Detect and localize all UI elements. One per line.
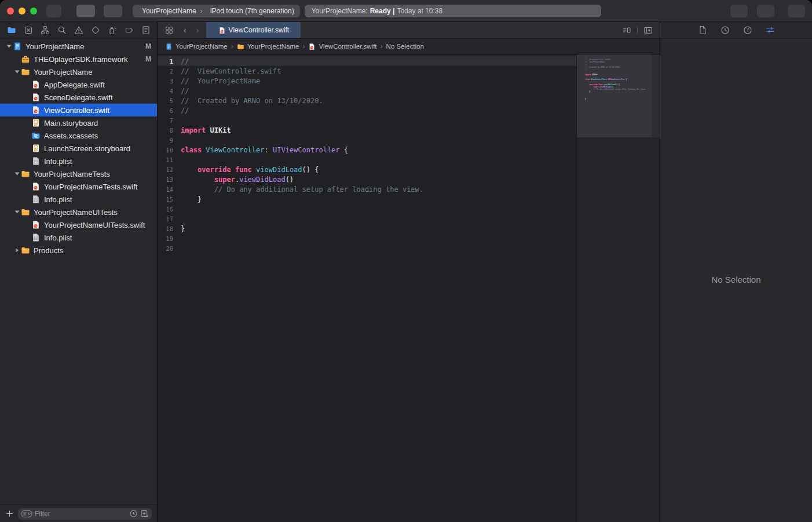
code-text: // <box>181 57 189 65</box>
no-selection-label: No Selection <box>660 275 812 284</box>
filter-field[interactable]: Filter <box>18 508 152 520</box>
scheme-separator: › <box>200 6 203 15</box>
minimap[interactable]: //// ViewController.swift// YourProjectN… <box>576 54 660 522</box>
breadcrumb-item[interactable]: YourProjectName <box>237 43 299 50</box>
code-line[interactable]: 1// <box>158 56 576 66</box>
symbol-navigator-icon[interactable] <box>40 25 50 35</box>
tab-viewcontroller[interactable]: ViewController.swift <box>206 22 301 38</box>
related-items-icon[interactable] <box>164 25 174 35</box>
tree-row[interactable]: YourProjectNameTests <box>0 167 157 180</box>
code-line[interactable]: 19 <box>158 233 576 243</box>
debug-navigator-icon[interactable] <box>107 25 117 35</box>
code-line[interactable]: 14 // Do any additional setup after load… <box>158 184 576 194</box>
code-line[interactable]: 2// ViewController.swift <box>158 66 576 76</box>
source-control-navigator-icon[interactable] <box>23 25 33 35</box>
tree-row[interactable]: Info.plist <box>0 193 157 206</box>
zoom-button[interactable] <box>30 8 37 14</box>
breadcrumb-item[interactable]: YourProjectName <box>165 43 228 50</box>
code-line[interactable]: 16 <box>158 204 576 214</box>
toolbar-right <box>730 5 805 17</box>
toggle-inspector-button[interactable] <box>788 5 805 17</box>
toggle-navigator-button[interactable] <box>46 5 61 17</box>
tree-row[interactable]: AppDelegate.swift <box>0 78 157 91</box>
tree-row[interactable]: YourProjectNameM <box>0 40 157 53</box>
test-navigator-icon[interactable] <box>90 25 100 35</box>
disclosure-open-icon[interactable] <box>13 70 21 74</box>
code-line[interactable]: 11 <box>158 155 576 165</box>
code-line[interactable]: 5// Created by ARNO on 13/10/2020. <box>158 96 576 105</box>
project-icon <box>165 43 173 50</box>
code-line[interactable]: 9 <box>158 135 576 145</box>
scheme-selector[interactable]: YourProjectName › iPod touch (7th genera… <box>133 5 300 17</box>
tree-row[interactable]: YourProjectNameTests.swift <box>0 180 157 193</box>
quick-help-inspector-icon[interactable]: ? <box>743 25 752 35</box>
code-text: class ViewController: UIViewController { <box>181 146 348 154</box>
code-line[interactable]: 18} <box>158 224 576 233</box>
code-line[interactable]: 4// <box>158 86 576 96</box>
tree-row[interactable]: YourProjectName <box>0 65 157 78</box>
source-editor[interactable]: 1//2// ViewController.swift3// YourProje… <box>158 54 576 522</box>
code-line[interactable]: 12 override func viewDidLoad() { <box>158 165 576 174</box>
breadcrumb-item[interactable]: ViewController.swift <box>308 43 376 50</box>
code-line[interactable]: 3// YourProjectName <box>158 76 576 86</box>
disclosure-open-icon[interactable] <box>5 44 13 49</box>
disclosure-open-icon[interactable] <box>13 171 21 176</box>
report-navigator-icon[interactable] <box>141 25 151 35</box>
recent-files-icon[interactable] <box>129 509 138 518</box>
code-text: // ViewController.swift <box>181 67 281 75</box>
forward-button[interactable]: › <box>196 25 199 35</box>
back-button[interactable]: ‹ <box>184 25 186 35</box>
code-text: // YourProjectName <box>181 77 260 85</box>
storyboard-icon <box>31 144 41 153</box>
tree-row[interactable]: YourProjectNameUITests <box>0 206 157 218</box>
tree-row[interactable]: YourProjectNameUITests.swift <box>0 218 157 231</box>
scheme-target-label: YourProjectName <box>142 7 196 15</box>
code-line[interactable]: 13 super.viewDidLoad() <box>158 174 576 184</box>
breadcrumb-separator: › <box>302 42 305 50</box>
tree-row[interactable]: LaunchScreen.storyboard <box>0 142 157 155</box>
library-button[interactable] <box>730 5 748 17</box>
jump-bar[interactable]: YourProjectName›YourProjectName›ViewCont… <box>158 39 660 54</box>
code-text: import UIKit <box>181 126 231 134</box>
code-line[interactable]: 7 <box>158 115 576 125</box>
tree-row[interactable]: Info.plist <box>0 155 157 167</box>
code-line[interactable]: 15 } <box>158 194 576 204</box>
swift-icon <box>31 105 41 115</box>
code-line[interactable]: 17 <box>158 214 576 224</box>
tree-row[interactable]: Info.plist <box>0 231 157 244</box>
add-editor-icon[interactable] <box>643 25 653 35</box>
disclosure-open-icon[interactable] <box>13 210 21 214</box>
tree-row[interactable]: Assets.xcassets <box>0 129 157 142</box>
breakpoint-navigator-icon[interactable] <box>124 25 134 35</box>
history-inspector-icon[interactable] <box>720 25 730 35</box>
breadcrumb-item[interactable]: No Selection <box>386 43 424 50</box>
run-button[interactable] <box>76 5 95 17</box>
tree-row[interactable]: ViewController.swift <box>0 104 157 116</box>
file-inspector-icon[interactable] <box>698 25 707 35</box>
code-review-button[interactable] <box>757 5 774 17</box>
issue-navigator-icon[interactable] <box>74 25 83 35</box>
tree-row[interactable]: Products <box>0 244 157 257</box>
tree-row[interactable]: Main.storyboard <box>0 116 157 129</box>
activity-status-bar: YourProjectName: Ready | Today at 10:38 <box>305 5 601 17</box>
close-button[interactable] <box>7 8 14 14</box>
project-navigator-icon[interactable] <box>6 25 16 35</box>
source-control-status-icon[interactable] <box>140 509 149 518</box>
minimize-button[interactable] <box>19 8 25 14</box>
navigator-filter-bar: Filter <box>0 505 157 522</box>
tree-row-label: YourProjectName <box>25 42 84 51</box>
stop-button[interactable] <box>104 5 122 17</box>
tree-row[interactable]: THEOplayerSDK.frameworkM <box>0 53 157 65</box>
add-file-button[interactable] <box>5 509 14 518</box>
disclosure-closed-icon[interactable] <box>13 248 21 253</box>
editor-options-icon[interactable] <box>622 25 631 35</box>
code-line[interactable]: 8import UIKit <box>158 125 576 135</box>
line-number: 18 <box>158 225 181 232</box>
code-line[interactable]: 10class ViewController: UIViewController… <box>158 145 576 155</box>
code-line[interactable]: 20 <box>158 243 576 253</box>
line-number: 8 <box>158 127 181 134</box>
tree-row[interactable]: SceneDelegate.swift <box>0 91 157 104</box>
code-line[interactable]: 6// <box>158 105 576 115</box>
find-navigator-icon[interactable] <box>57 25 67 35</box>
attributes-inspector-icon[interactable] <box>766 25 775 35</box>
